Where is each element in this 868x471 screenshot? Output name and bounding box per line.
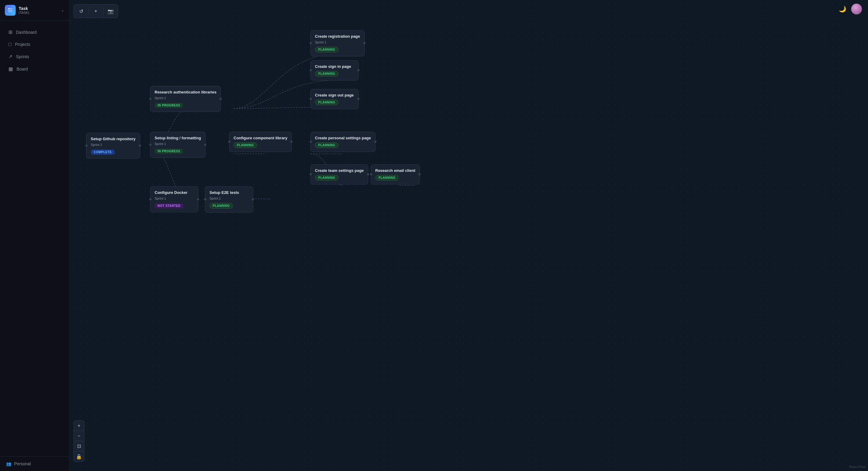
card-title-research-email: Research email client <box>375 168 415 173</box>
card-subtitle-setup-linting: Sprint 1 <box>155 142 201 146</box>
handle-left-create-registration <box>310 42 312 44</box>
card-subtitle-configure-docker: Sprint 1 <box>155 197 194 200</box>
handle-left-research-auth <box>149 98 152 100</box>
dashboard-icon: ⊞ <box>8 29 12 35</box>
main-area: 🌙 ↺ + 📷 <box>69 0 868 471</box>
board-label: Board <box>17 67 28 71</box>
card-research-auth[interactable]: Research authentication librariesSprint … <box>150 86 221 112</box>
handle-right-configure-docker <box>197 198 199 201</box>
handle-right-research-email <box>418 173 421 176</box>
card-title-create-registration: Create registration page <box>315 34 360 39</box>
card-title-configure-docker: Configure Docker <box>155 190 194 196</box>
sprints-label: Sprints <box>16 54 29 59</box>
handle-left-create-signin <box>310 69 312 71</box>
app-name-label: Task <box>19 6 58 11</box>
refresh-button[interactable]: ↺ <box>76 6 87 17</box>
sidebar-item-projects[interactable]: □ Projects <box>2 38 67 50</box>
sidebar-item-sprints[interactable]: ↗ Sprints <box>2 51 67 62</box>
add-button[interactable]: + <box>90 6 101 17</box>
card-create-signin[interactable]: Create sign in pagePLANNING <box>310 60 359 81</box>
handle-right-setup-e2e <box>252 198 254 201</box>
card-research-email[interactable]: Research email clientPLANNING <box>371 164 420 184</box>
handle-right-create-registration <box>363 42 366 44</box>
sidebar-header[interactable]: Task (TASK) ⌄ <box>0 0 69 21</box>
card-title-create-team-settings: Create team settings page <box>315 168 364 173</box>
user-avatar[interactable] <box>851 4 862 14</box>
handle-right-create-team-settings <box>367 173 369 176</box>
handle-left-setup-linting <box>149 144 152 146</box>
card-title-setup-github: Setup Github repository <box>91 137 135 142</box>
app-logo <box>5 5 16 16</box>
flow-canvas[interactable]: Setup Github repositorySprint 1COMPLETER… <box>69 0 868 471</box>
card-create-registration[interactable]: Create registration pageSprint 1PLANNING <box>310 30 365 56</box>
handle-left-research-email <box>370 173 372 176</box>
handle-right-create-signout <box>357 98 360 100</box>
card-badge-research-email: PLANNING <box>375 175 399 181</box>
card-badge-setup-github: COMPLETE <box>91 150 115 155</box>
zoom-out-button[interactable]: − <box>74 431 84 441</box>
toolbar-divider-2 <box>103 7 103 15</box>
handle-left-create-team-settings <box>310 173 312 176</box>
board-icon: ▦ <box>8 66 13 72</box>
zoom-in-button[interactable]: + <box>74 421 84 431</box>
card-badge-create-registration: PLANNING <box>315 47 338 53</box>
card-title-setup-linting: Setup linting / formatting <box>155 136 201 141</box>
projects-label: Projects <box>15 42 30 47</box>
card-subtitle-setup-github: Sprint 1 <box>91 143 135 147</box>
card-badge-setup-e2e: PLANNING <box>210 203 233 209</box>
projects-icon: □ <box>8 41 11 47</box>
handle-right-setup-linting <box>204 144 207 146</box>
card-title-configure-component: Configure component library <box>234 136 287 141</box>
handle-right-create-signin <box>357 69 360 71</box>
handle-left-setup-e2e <box>204 198 207 201</box>
card-configure-component[interactable]: Configure component libraryPLANNING <box>229 132 292 152</box>
dark-mode-toggle[interactable]: 🌙 <box>839 5 846 13</box>
handle-left-configure-component <box>228 141 230 143</box>
svg-point-0 <box>8 8 9 9</box>
card-setup-github[interactable]: Setup Github repositorySprint 1COMPLETE <box>86 133 140 158</box>
zoom-fit-button[interactable]: ⊡ <box>74 441 84 451</box>
card-subtitle-research-auth: Sprint 1 <box>155 96 216 100</box>
handle-left-create-signout <box>310 98 312 100</box>
card-title-create-personal-settings: Create personal settings page <box>315 136 371 141</box>
sidebar: Task (TASK) ⌄ ⊞ Dashboard □ Projects ↗ S… <box>0 0 69 471</box>
avatar-image <box>851 4 862 14</box>
card-subtitle-create-registration: Sprint 1 <box>315 40 360 44</box>
card-badge-research-auth: IN PROGRESS <box>155 103 183 108</box>
connections-overlay <box>69 0 868 471</box>
card-title-create-signout: Create sign out page <box>315 93 354 98</box>
card-subtitle-setup-e2e: Sprint 1 <box>210 197 249 200</box>
handle-right-configure-component <box>290 141 293 143</box>
card-create-signout[interactable]: Create sign out pagePLANNING <box>310 89 359 109</box>
card-badge-configure-docker: NOT STARTED <box>155 203 184 208</box>
card-badge-create-team-settings: PLANNING <box>315 175 338 181</box>
zoom-controls: + − ⊡ 🔒 <box>73 420 84 462</box>
dashboard-label: Dashboard <box>16 30 37 35</box>
personal-icon: 👥 <box>6 461 11 466</box>
handle-right-create-personal-settings <box>374 141 376 143</box>
card-create-team-settings[interactable]: Create team settings pagePLANNING <box>310 164 368 184</box>
handle-right-research-auth <box>219 98 222 100</box>
app-title: Task (TASK) <box>19 6 58 14</box>
card-create-personal-settings[interactable]: Create personal settings pagePLANNING <box>310 132 375 152</box>
zoom-lock-button[interactable]: 🔒 <box>74 451 84 462</box>
card-setup-e2e[interactable]: Setup E2E testsSprint 1PLANNING <box>205 186 253 213</box>
card-setup-linting[interactable]: Setup linting / formattingSprint 1IN PRO… <box>150 132 206 158</box>
sidebar-item-dashboard[interactable]: ⊞ Dashboard <box>2 26 67 38</box>
card-badge-setup-linting: IN PROGRESS <box>155 149 183 154</box>
card-title-setup-e2e: Setup E2E tests <box>210 190 249 196</box>
card-title-research-auth: Research authentication libraries <box>155 90 216 95</box>
card-configure-docker[interactable]: Configure DockerSprint 1NOT STARTED <box>150 186 198 212</box>
sprints-icon: ↗ <box>8 54 12 59</box>
sidebar-chevron-icon[interactable]: ⌄ <box>61 8 64 12</box>
card-badge-create-signin: PLANNING <box>315 71 338 77</box>
handle-left-setup-github <box>85 144 88 147</box>
sidebar-item-board[interactable]: ▦ Board <box>2 63 67 75</box>
screenshot-button[interactable]: 📷 <box>105 6 116 17</box>
card-title-create-signin: Create sign in page <box>315 64 354 69</box>
sidebar-nav: ⊞ Dashboard □ Projects ↗ Sprints ▦ Board <box>0 21 69 456</box>
sidebar-footer[interactable]: 👥 Personal <box>0 456 69 471</box>
toolbar-divider <box>88 7 89 15</box>
card-badge-create-personal-settings: PLANNING <box>315 142 338 148</box>
card-badge-create-signout: PLANNING <box>315 99 338 105</box>
